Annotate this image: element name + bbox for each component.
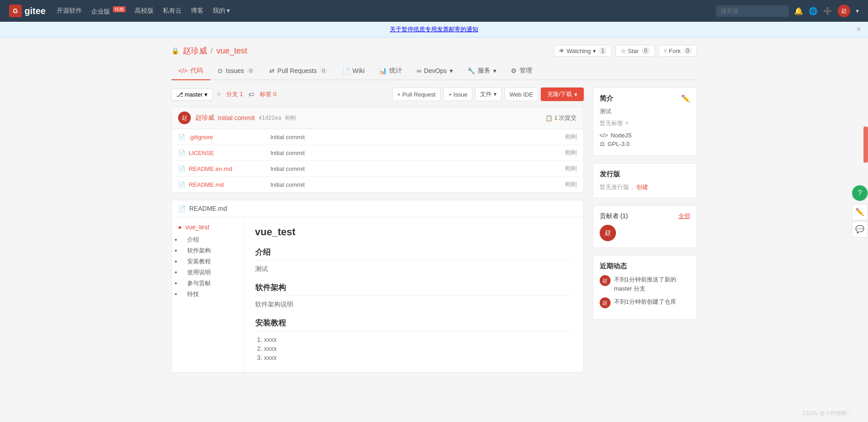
watch-button[interactable]: 👁 Watching ▾ 1 bbox=[554, 45, 612, 57]
repo-main: ⎇ master ▾ ⑂ 分支 1 🏷 标签 0 + Pull Request … bbox=[171, 87, 584, 373]
globe-icon[interactable]: 🌐 bbox=[809, 7, 818, 15]
toc-item[interactable]: 软件架构 bbox=[182, 245, 238, 256]
nav-private-cloud[interactable]: 私有云 bbox=[163, 7, 182, 15]
readme-section-arch: 软件架构 bbox=[255, 282, 572, 296]
table-row: 📄 .gitignore Initial commit 刚刚 bbox=[172, 129, 583, 145]
search-input[interactable] bbox=[716, 5, 789, 17]
sidebar-intro-title: 简介 ✏️ bbox=[600, 94, 690, 103]
file-name[interactable]: README.md bbox=[189, 181, 271, 188]
issue-button[interactable]: + Issue bbox=[443, 87, 472, 101]
add-tag-icon[interactable]: + bbox=[625, 119, 629, 127]
sidebar-lang: </> NodeJS bbox=[600, 132, 690, 139]
commit-message: Initial commit bbox=[218, 114, 255, 121]
tab-stats[interactable]: 📊 统计 bbox=[372, 62, 409, 80]
header-nav: 开源软件 企业版 特惠 高校版 私有云 博客 我的 ▾ bbox=[57, 6, 705, 16]
file-name[interactable]: .gitignore bbox=[189, 134, 271, 141]
readme-section-install: 安装教程 bbox=[255, 318, 572, 331]
commit-hash[interactable]: 41d22ea bbox=[258, 115, 281, 121]
readme-section-intro: 介绍 bbox=[255, 247, 572, 261]
scrollbar-thumb[interactable] bbox=[863, 126, 868, 163]
readme-intro-text: 测试 bbox=[255, 265, 572, 273]
commit-author-avatar: 赵 bbox=[178, 112, 191, 124]
create-release-link[interactable]: 创建 bbox=[636, 184, 648, 190]
readme-body: ● vue_test 介绍 软件架构 安装教程 使用说明 参与贡献 特技 bbox=[172, 217, 583, 372]
file-name[interactable]: LICENSE bbox=[189, 150, 271, 156]
repo-sidebar: 简介 ✏️ 测试 暂无标签 + </> NodeJS ⚖ GPL-3.0 bbox=[593, 87, 697, 373]
readme-install-item: xxxx bbox=[264, 354, 572, 361]
pull-request-button[interactable]: + Pull Request bbox=[392, 87, 441, 101]
toc-item[interactable]: 安装教程 bbox=[182, 256, 238, 267]
nav-mine[interactable]: 我的 ▾ bbox=[213, 7, 230, 15]
bell-icon[interactable]: 🔔 bbox=[794, 7, 803, 15]
branch-info: ⑂ 分支 1 🏷 标签 0 bbox=[217, 90, 388, 98]
download-button[interactable]: 克隆/下载 ▾ bbox=[541, 87, 584, 101]
readme-toc: ● vue_test 介绍 软件架构 安装教程 使用说明 参与贡献 特技 bbox=[172, 217, 244, 372]
sidebar-contributors-section: 贡献者 (1) 全部 赵 bbox=[593, 205, 697, 248]
repo-name[interactable]: vue_test bbox=[217, 46, 247, 56]
tab-wiki[interactable]: 📄 Wiki bbox=[335, 62, 372, 80]
toc-title: ● vue_test bbox=[178, 223, 238, 231]
file-time: 刚刚 bbox=[565, 165, 577, 173]
repo-owner[interactable]: 赵珍威 bbox=[183, 45, 207, 56]
branch-icon: ⎇ bbox=[176, 91, 183, 98]
table-row: 📄 README.md Initial commit 刚刚 bbox=[172, 177, 583, 192]
content-layout: ⎇ master ▾ ⑂ 分支 1 🏷 标签 0 + Pull Request … bbox=[171, 87, 697, 373]
file-button[interactable]: 文件 ▾ bbox=[475, 87, 502, 101]
nav-opensource[interactable]: 开源软件 bbox=[57, 7, 82, 15]
web-ide-button[interactable]: Web IDE bbox=[504, 87, 538, 101]
nav-university[interactable]: 高校版 bbox=[135, 7, 154, 15]
main-container: 🔒 赵珍威 / vue_test 👁 Watching ▾ 1 ☆ Star 0… bbox=[162, 38, 706, 380]
toc-item[interactable]: 特技 bbox=[182, 289, 238, 300]
star-icon: ☆ bbox=[621, 48, 626, 54]
file-icon: 📄 bbox=[178, 165, 185, 172]
commit-info: 赵珍威 Initial commit 41d22ea 刚刚 bbox=[195, 114, 541, 122]
tab-code[interactable]: </> 代码 bbox=[171, 62, 210, 80]
activity-item: 赵 不到1分钟前推送了新的 master 分支 bbox=[600, 275, 690, 293]
file-time: 刚刚 bbox=[565, 180, 577, 189]
tab-services[interactable]: 🔧 服务 ▾ bbox=[460, 62, 504, 80]
notice-close-button[interactable]: × bbox=[857, 25, 861, 34]
star-button[interactable]: ☆ Star 0 bbox=[616, 45, 655, 57]
tab-manage[interactable]: ⚙ 管理 bbox=[504, 62, 539, 80]
activity-text: 不到1分钟前推送了新的 master 分支 bbox=[614, 275, 690, 293]
tag-count-link[interactable]: 标签 0 bbox=[260, 90, 276, 98]
fork-button[interactable]: ⑂ Fork 0 bbox=[659, 45, 697, 57]
logo[interactable]: G gitee bbox=[9, 5, 46, 17]
file-icon: 📄 bbox=[178, 134, 185, 141]
file-name[interactable]: README.en.md bbox=[189, 165, 271, 172]
contributor-avatar[interactable]: 赵 bbox=[600, 225, 616, 241]
readme-section: 📄 README.md ● vue_test 介绍 软件架构 安装教程 bbox=[171, 200, 584, 373]
repo-tabs: </> 代码 ⊙ Issues 0 ⇄ Pull Requests 0 📄 Wi… bbox=[171, 62, 697, 80]
readme-install-list: xxxx xxxx xxxx bbox=[255, 336, 572, 361]
notice-link[interactable]: 关于暂停纸质专用发票邮寄的通知 bbox=[390, 26, 478, 33]
readme-filename: README.md bbox=[189, 205, 227, 212]
repo-actions: 👁 Watching ▾ 1 ☆ Star 0 ⑂ Fork 0 bbox=[554, 45, 697, 57]
toc-item[interactable]: 介绍 bbox=[182, 234, 238, 245]
edit-intro-icon[interactable]: ✏️ bbox=[681, 94, 690, 103]
branch-selector[interactable]: ⎇ master ▾ bbox=[171, 88, 213, 101]
no-release-text: 暂无发行版， 创建 bbox=[600, 183, 690, 191]
user-avatar[interactable]: 赵 bbox=[838, 5, 850, 17]
readme-install-item: xxxx bbox=[264, 345, 572, 352]
toc-item[interactable]: 参与贡献 bbox=[182, 278, 238, 289]
sidebar-license: ⚖ GPL-3.0 bbox=[600, 141, 690, 147]
file-commit-msg: Initial commit bbox=[271, 150, 565, 156]
commit-author[interactable]: 赵珍威 bbox=[195, 114, 214, 122]
tab-issues[interactable]: ⊙ Issues 0 bbox=[210, 62, 262, 80]
tab-pull-requests[interactable]: ⇄ Pull Requests 0 bbox=[262, 62, 335, 80]
branch-bar: ⎇ master ▾ ⑂ 分支 1 🏷 标签 0 + Pull Request … bbox=[171, 87, 584, 101]
sidebar-activity-title: 近期动态 bbox=[600, 262, 690, 271]
scale-icon: ⚖ bbox=[600, 141, 605, 147]
plus-icon[interactable]: ➕ bbox=[823, 7, 832, 15]
code-icon: </> bbox=[600, 132, 608, 139]
file-time: 刚刚 bbox=[565, 149, 577, 157]
fork-icon: ⑂ bbox=[664, 48, 667, 54]
contributors-all-link[interactable]: 全部 bbox=[679, 212, 690, 220]
nav-blog[interactable]: 博客 bbox=[191, 7, 204, 15]
enterprise-badge: 特惠 bbox=[113, 6, 126, 12]
nav-enterprise[interactable]: 企业版 特惠 bbox=[91, 6, 126, 16]
branch-count-link[interactable]: 分支 1 bbox=[226, 90, 243, 98]
page-scrollbar[interactable] bbox=[863, 0, 868, 380]
tab-devops[interactable]: ∞ DevOps ▾ bbox=[409, 62, 460, 80]
toc-item[interactable]: 使用说明 bbox=[182, 267, 238, 278]
